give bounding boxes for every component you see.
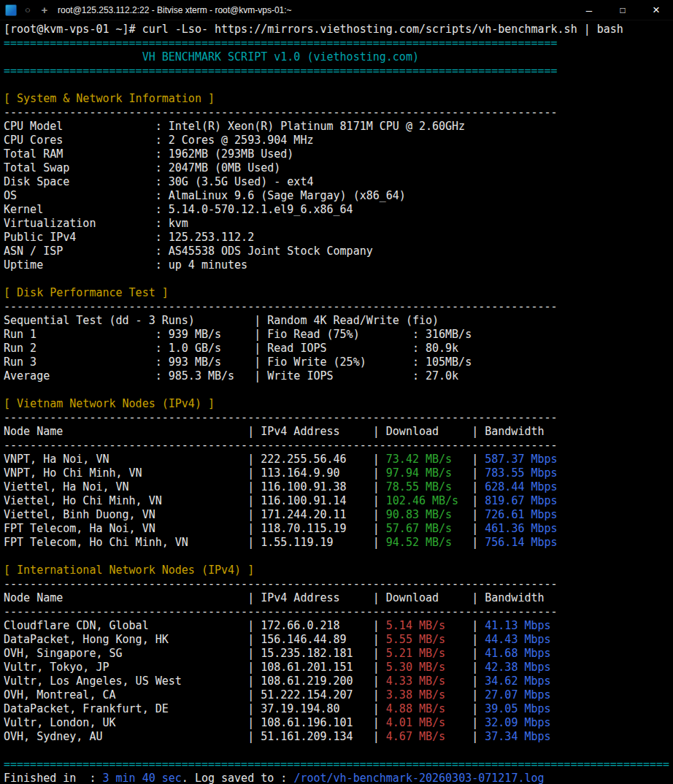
- terminal-text-segment: |: [465, 508, 485, 521]
- terminal-line: Uptime : up 4 minutes: [4, 258, 673, 272]
- terminal-text-segment: 41.13 Mbps: [485, 619, 550, 632]
- terminal-line: FPT Telecom, Ho Chi Minh, VN | 1.55.119.…: [4, 536, 673, 550]
- terminal-text-segment: 819.67 Mbps: [485, 494, 557, 507]
- terminal-line: OVH, Sydney, AU | 51.161.209.134 | 4.67 …: [4, 730, 673, 744]
- terminal-text-segment: 78.55 MB/s: [386, 480, 465, 493]
- terminal-line: [ System & Network Information ]: [4, 92, 673, 106]
- terminal-text-segment: |: [465, 730, 485, 743]
- terminal-text-segment: OVH, Montreal, CA | 51.222.154.207 |: [4, 688, 386, 702]
- terminal-line: Disk Space : 30G (3.5G Used) - ext4: [4, 175, 673, 189]
- terminal-text-segment: ========================================…: [4, 64, 558, 77]
- terminal-line: Cloudflare CDN, Global | 172.66.0.218 | …: [4, 619, 673, 633]
- terminal-text-segment: |: [465, 466, 485, 480]
- terminal-line: Kernel : 5.14.0-570.12.1.el9_6.x86_64: [4, 203, 673, 217]
- terminal-line: Node Name | IPv4 Address | Download | Ba…: [4, 591, 673, 605]
- terminal-text-segment: FPT Telecom, Ho Chi Minh, VN | 1.55.119.…: [4, 536, 386, 549]
- terminal-text-segment: |: [465, 702, 485, 715]
- terminal-line: Total Swap : 2047MB (0MB Used): [4, 161, 673, 175]
- terminal-text-segment: Total RAM : 1962MB (293MB Used): [4, 147, 293, 161]
- terminal-text-segment: Node Name | IPv4 Address | Download | Ba…: [4, 591, 545, 604]
- terminal-text-segment: 5.21 MB/s: [386, 647, 465, 660]
- terminal-text-segment: CPU Model : Intel(R) Xeon(R) Platinum 81…: [4, 120, 465, 133]
- terminal-line: Run 3 : 993 MB/s | Fio Write (25%) : 105…: [4, 356, 673, 369]
- terminal-line: Run 1 : 939 MB/s | Fio Read (75%) : 316M…: [4, 328, 673, 342]
- terminal-line: Node Name | IPv4 Address | Download | Ba…: [4, 425, 673, 439]
- terminal-text-segment: Vultr, Los Angeles, US West | 108.61.219…: [4, 675, 386, 688]
- window-controls: – □ ×: [572, 0, 673, 20]
- terminal-text-segment: |: [465, 661, 485, 674]
- terminal-text-segment: Viettel, Ho Chi Minh, VN | 116.100.91.14…: [4, 494, 386, 507]
- close-button[interactable]: ×: [639, 0, 673, 20]
- plus-icon[interactable]: +: [39, 4, 50, 16]
- terminal-text-segment: 756.14 Mbps: [485, 536, 557, 549]
- terminal-line: ----------------------------------------…: [4, 577, 673, 591]
- terminal-text-segment: [root@kvm-vps-01 ~]# curl -Lso- https://…: [4, 23, 623, 36]
- terminal-line: [root@kvm-vps-01 ~]# curl -Lso- https://…: [4, 23, 673, 36]
- terminal-text-segment: /root/vh-benchmark-20260303-071217.log: [293, 772, 544, 784]
- circle-icon[interactable]: ○: [22, 4, 34, 16]
- terminal-text-segment: 3 min 40 sec: [102, 772, 181, 784]
- terminal-text-segment: VNPT, Ha Noi, VN | 222.255.56.46 |: [4, 453, 386, 466]
- terminal-text-segment: Sequential Test (dd - 3 Runs) | Random 4…: [4, 314, 439, 327]
- terminal-text-segment: |: [465, 494, 485, 507]
- terminal-line: VNPT, Ha Noi, VN | 222.255.56.46 | 73.42…: [4, 453, 673, 466]
- terminal-text-segment: 587.37 Mbps: [485, 453, 557, 466]
- terminal-text-segment: 4.88 MB/s: [386, 702, 465, 715]
- terminal-line: [ Vietnam Network Nodes (IPv4) ]: [4, 397, 673, 411]
- terminal-text-segment: Viettel, Ha Noi, VN | 116.100.91.38 |: [4, 480, 386, 493]
- terminal-text-segment: 783.55 Mbps: [485, 466, 557, 480]
- terminal-line: CPU Model : Intel(R) Xeon(R) Platinum 81…: [4, 120, 673, 134]
- terminal-text-segment: 102.46 MB/s: [386, 494, 465, 507]
- terminal-text-segment: Viettel, Binh Duong, VN | 171.244.20.11 …: [4, 508, 386, 521]
- terminal-text-segment: Uptime : up 4 minutes: [4, 258, 247, 272]
- terminal-text-segment: 90.83 MB/s: [386, 508, 465, 521]
- terminal-line: Total RAM : 1962MB (293MB Used): [4, 147, 673, 161]
- terminal-line: ----------------------------------------…: [4, 300, 673, 314]
- terminal-text-segment: 32.09 Mbps: [485, 716, 550, 729]
- terminal-line: Viettel, Ha Noi, VN | 116.100.91.38 | 78…: [4, 480, 673, 494]
- terminal-text-segment: Average : 985.3 MB/s | Write IOPS : 27.0…: [4, 369, 458, 383]
- terminal-text-segment: |: [465, 522, 485, 535]
- terminal-output[interactable]: [root@kvm-vps-01 ~]# curl -Lso- https://…: [0, 20, 673, 784]
- terminal-text-segment: Node Name | IPv4 Address | Download | Ba…: [4, 425, 545, 438]
- terminal-text-segment: 5.14 MB/s: [386, 619, 465, 632]
- terminal-text-segment: . Log saved to :: [182, 772, 294, 784]
- terminal-line: [ Disk Performance Test ]: [4, 286, 673, 300]
- terminal-text-segment: ========================================…: [4, 758, 669, 771]
- terminal-line: ----------------------------------------…: [4, 605, 673, 619]
- terminal-text-segment: 44.43 Mbps: [485, 633, 550, 646]
- terminal-text-segment: ASN / ISP : AS45538 ODS Joint Stock Comp…: [4, 245, 373, 258]
- terminal-line: [4, 272, 673, 286]
- terminal-text-segment: [ System & Network Information ]: [4, 92, 215, 105]
- terminal-line: ASN / ISP : AS45538 ODS Joint Stock Comp…: [4, 245, 673, 258]
- terminal-text-segment: |: [465, 633, 485, 646]
- terminal-text-segment: |: [465, 675, 485, 688]
- terminal-text-segment: DataPacket, Frankfurt, DE | 37.19.194.80…: [4, 702, 386, 715]
- window-title: root@125.253.112.2:22 - Bitvise xterm - …: [56, 5, 572, 15]
- terminal-line: Vultr, Tokyo, JP | 108.61.201.151 | 5.30…: [4, 661, 673, 675]
- terminal-text-segment: 41.68 Mbps: [485, 647, 550, 660]
- terminal-line: Average : 985.3 MB/s | Write IOPS : 27.0…: [4, 369, 673, 383]
- terminal-text-segment: ----------------------------------------…: [4, 605, 558, 618]
- terminal-text-segment: Cloudflare CDN, Global | 172.66.0.218 |: [4, 619, 386, 632]
- terminal-text-segment: OS : AlmaLinux 9.6 (Sage Margay) (x86_64…: [4, 189, 406, 202]
- terminal-text-segment: 4.67 MB/s: [386, 730, 465, 743]
- terminal-text-segment: 37.34 Mbps: [485, 730, 550, 743]
- terminal-text-segment: Vultr, London, UK | 108.61.196.101 |: [4, 716, 386, 729]
- terminal-text-segment: Public IPv4 : 125.253.112.2: [4, 231, 254, 244]
- terminal-text-segment: |: [465, 480, 485, 493]
- terminal-line: Viettel, Binh Duong, VN | 171.244.20.11 …: [4, 508, 673, 522]
- terminal-line: Sequential Test (dd - 3 Runs) | Random 4…: [4, 314, 673, 328]
- terminal-line: CPU Cores : 2 Cores @ 2593.904 MHz: [4, 134, 673, 147]
- bitvise-app-icon[interactable]: [5, 4, 17, 16]
- terminal-line: Run 2 : 1.0 GB/s | Read IOPS : 80.9k: [4, 342, 673, 356]
- terminal-text-segment: FPT Telecom, Ha Noi, VN | 118.70.115.19 …: [4, 522, 386, 535]
- maximize-button[interactable]: □: [606, 0, 639, 20]
- terminal-line: OS : AlmaLinux 9.6 (Sage Margay) (x86_64…: [4, 189, 673, 203]
- terminal-text-segment: 42.38 Mbps: [485, 661, 550, 674]
- terminal-text-segment: |: [465, 688, 485, 702]
- terminal-text-segment: ========================================…: [4, 36, 558, 50]
- terminal-text-segment: Run 1 : 939 MB/s | Fio Read (75%) : 316M…: [4, 328, 472, 341]
- minimize-button[interactable]: –: [572, 0, 606, 20]
- terminal-text-segment: |: [465, 536, 485, 549]
